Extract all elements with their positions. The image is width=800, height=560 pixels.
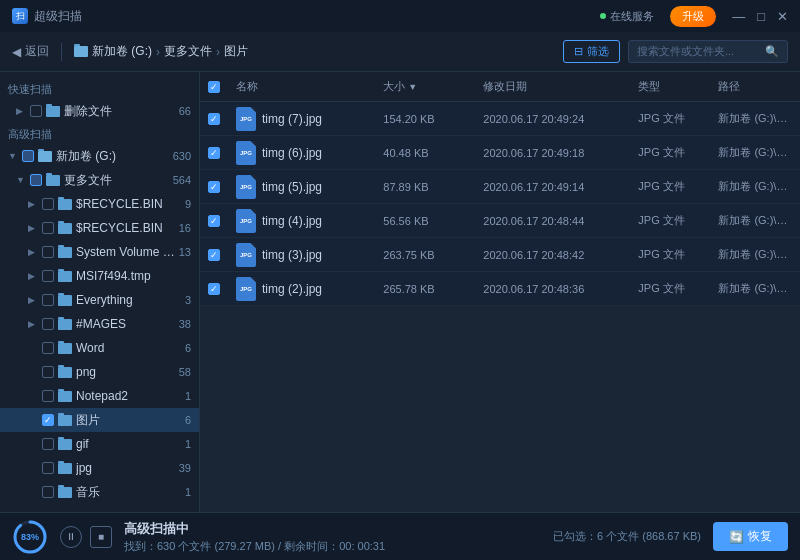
pause-button[interactable]: ⏸ [60, 526, 82, 548]
back-button[interactable]: ◀ 返回 [12, 43, 49, 60]
app-logo: 扫 [12, 8, 28, 24]
sidebar-item-msi[interactable]: ▶ MSI7f494.tmp [0, 264, 199, 288]
sidebar-item-sysvolinfo[interactable]: ▶ System Volume Inf... 13 [0, 240, 199, 264]
scan-info: 高级扫描中 找到：630 个文件 (279.27 MB) / 剩余时间：00: … [124, 520, 541, 554]
table-row[interactable]: ✓ JPG timg (7).jpg 154.20 KB 2020.06.17 … [200, 102, 800, 136]
row-checkbox-2[interactable]: ✓ [208, 181, 236, 193]
minimize-button[interactable]: — [732, 9, 745, 24]
everything-checkbox[interactable] [42, 294, 54, 306]
online-label: 在线服务 [610, 9, 654, 24]
filter-label: 筛选 [587, 44, 609, 59]
gif-checkbox[interactable] [42, 438, 54, 450]
search-icon[interactable]: 🔍 [765, 45, 779, 58]
music-folder-icon [58, 487, 72, 498]
select-all-checkbox[interactable]: ✓ [208, 81, 220, 93]
pictures-label: 图片 [76, 412, 181, 429]
drive-checkbox[interactable] [22, 150, 34, 162]
sidebar-item-png[interactable]: png 58 [0, 360, 199, 384]
row-name-5: JPG timg (2).jpg [236, 277, 383, 301]
recycle2-label: $RECYCLE.BIN [76, 221, 175, 235]
recycle1-expand-icon: ▶ [28, 199, 38, 209]
stop-button[interactable]: ■ [90, 526, 112, 548]
jpg-label: jpg [76, 461, 175, 475]
mages-checkbox[interactable] [42, 318, 54, 330]
more-folder-icon [46, 175, 60, 186]
png-count: 58 [179, 366, 191, 378]
toolbar: ◀ 返回 新加卷 (G:) › 更多文件 › 图片 ⊟ 筛选 搜索文件或文件夹.… [0, 32, 800, 72]
jpg-file-icon: JPG [236, 243, 256, 267]
jpg-checkbox[interactable] [42, 462, 54, 474]
sidebar-tree-advanced: ▼ 新加卷 (G:) 630 ▼ 更多文件 564 ▶ $RECYCLE.BIN… [0, 144, 199, 504]
row-date-5: 2020.06.17 20:48:36 [483, 283, 638, 295]
sidebar-item-gif[interactable]: gif 1 [0, 432, 199, 456]
sidebar-item-music[interactable]: 音乐 1 [0, 480, 199, 504]
row-size-1: 40.48 KB [383, 147, 483, 159]
word-label: Word [76, 341, 181, 355]
table-row[interactable]: ✓ JPG timg (5).jpg 87.89 KB 2020.06.17 2… [200, 170, 800, 204]
row-checkbox-3[interactable]: ✓ [208, 215, 236, 227]
maximize-button[interactable]: □ [757, 9, 765, 24]
sidebar: 快速扫描 ▶ 删除文件 66 高级扫描 ▼ 新加卷 (G:) 630 ▼ 更多文… [0, 72, 200, 512]
restore-button[interactable]: 🔄 恢复 [713, 522, 788, 551]
upgrade-button[interactable]: 升级 [670, 6, 716, 27]
sidebar-item-deleted[interactable]: ▶ 删除文件 66 [0, 99, 199, 123]
breadcrumb-drive[interactable]: 新加卷 (G:) [74, 43, 152, 60]
sidebar-item-recycle1[interactable]: ▶ $RECYCLE.BIN 9 [0, 192, 199, 216]
recycle2-checkbox[interactable] [42, 222, 54, 234]
th-name: 名称 [236, 79, 383, 94]
word-checkbox[interactable] [42, 342, 54, 354]
row-name-3: JPG timg (4).jpg [236, 209, 383, 233]
music-checkbox[interactable] [42, 486, 54, 498]
row-path-1: 新加卷 (G:)\更多文件... [718, 145, 792, 160]
row-size-0: 154.20 KB [383, 113, 483, 125]
sidebar-item-recycle2[interactable]: ▶ $RECYCLE.BIN 16 [0, 216, 199, 240]
recycle1-folder-icon [58, 199, 72, 210]
sidebar-item-jpg[interactable]: jpg 39 [0, 456, 199, 480]
sidebar-item-mages[interactable]: ▶ #MAGES 38 [0, 312, 199, 336]
filter-button[interactable]: ⊟ 筛选 [563, 40, 620, 63]
close-button[interactable]: ✕ [777, 9, 788, 24]
deleted-count: 66 [179, 105, 191, 117]
row-type-5: JPG 文件 [638, 281, 718, 296]
table-row[interactable]: ✓ JPG timg (2).jpg 265.78 KB 2020.06.17 … [200, 272, 800, 306]
sidebar-item-pictures[interactable]: ✓ 图片 6 [0, 408, 199, 432]
breadcrumb-more-label: 更多文件 [164, 43, 212, 60]
row-checkbox-1[interactable]: ✓ [208, 147, 236, 159]
notepad2-checkbox[interactable] [42, 390, 54, 402]
mages-expand-icon: ▶ [28, 319, 38, 329]
table-row[interactable]: ✓ JPG timg (3).jpg 263.75 KB 2020.06.17 … [200, 238, 800, 272]
sysvolinfo-expand-icon: ▶ [28, 247, 38, 257]
sidebar-item-notepad2[interactable]: Notepad2 1 [0, 384, 199, 408]
table-row[interactable]: ✓ JPG timg (6).jpg 40.48 KB 2020.06.17 2… [200, 136, 800, 170]
expand-icon: ▶ [16, 106, 26, 116]
recycle1-checkbox[interactable] [42, 198, 54, 210]
breadcrumb-drive-label: 新加卷 (G:) [92, 43, 152, 60]
row-path-0: 新加卷 (G:)\更多文件... [718, 111, 792, 126]
recycle2-count: 16 [179, 222, 191, 234]
png-checkbox[interactable] [42, 366, 54, 378]
deleted-label: 删除文件 [64, 103, 175, 120]
row-checkbox-0[interactable]: ✓ [208, 113, 236, 125]
sidebar-item-drive[interactable]: ▼ 新加卷 (G:) 630 [0, 144, 199, 168]
sidebar-item-word[interactable]: Word 6 [0, 336, 199, 360]
breadcrumb-pictures[interactable]: 图片 [224, 43, 248, 60]
sidebar-item-more-files[interactable]: ▼ 更多文件 564 [0, 168, 199, 192]
breadcrumb-arrow-2: › [216, 45, 220, 59]
gif-folder-icon [58, 439, 72, 450]
more-label: 更多文件 [64, 172, 169, 189]
row-checkbox-5[interactable]: ✓ [208, 283, 236, 295]
deleted-checkbox[interactable] [30, 105, 42, 117]
msi-checkbox[interactable] [42, 270, 54, 282]
table-row[interactable]: ✓ JPG timg (4).jpg 56.56 KB 2020.06.17 2… [200, 204, 800, 238]
more-checkbox[interactable] [30, 174, 42, 186]
sysvolinfo-checkbox[interactable] [42, 246, 54, 258]
pictures-checkbox[interactable]: ✓ [42, 414, 54, 426]
toolbar-separator [61, 43, 62, 61]
gif-count: 1 [185, 438, 191, 450]
recycle2-folder-icon [58, 223, 72, 234]
th-checkbox: ✓ [208, 81, 236, 93]
titlebar: 扫 超级扫描 在线服务 升级 — □ ✕ [0, 0, 800, 32]
breadcrumb-more-files[interactable]: 更多文件 [164, 43, 212, 60]
sidebar-item-everything[interactable]: ▶ Everything 3 [0, 288, 199, 312]
row-checkbox-4[interactable]: ✓ [208, 249, 236, 261]
